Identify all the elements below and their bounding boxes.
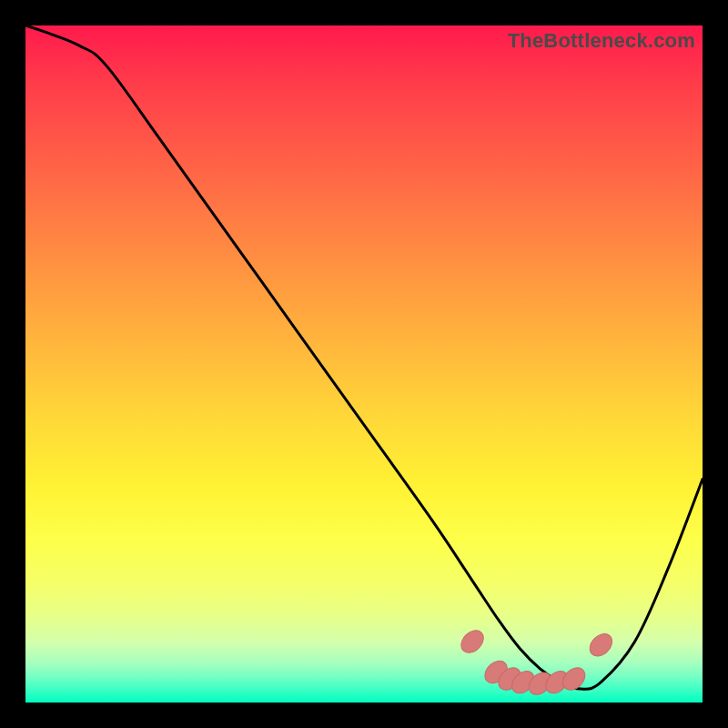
curve-marker	[524, 668, 555, 699]
curve-marker	[508, 667, 539, 698]
curve-marker	[559, 663, 590, 694]
curve-marker	[480, 657, 511, 688]
curve-marker	[457, 626, 488, 657]
curve-marker	[494, 663, 525, 694]
curve-marker	[541, 667, 572, 698]
curve-markers	[457, 626, 616, 699]
bottleneck-curve	[25, 25, 703, 689]
curve-layer	[25, 25, 703, 703]
plot-area: TheBottleneck.com	[25, 25, 703, 703]
chart-frame: TheBottleneck.com	[0, 0, 728, 728]
curve-marker	[585, 630, 616, 661]
watermark-text: TheBottleneck.com	[508, 29, 695, 53]
